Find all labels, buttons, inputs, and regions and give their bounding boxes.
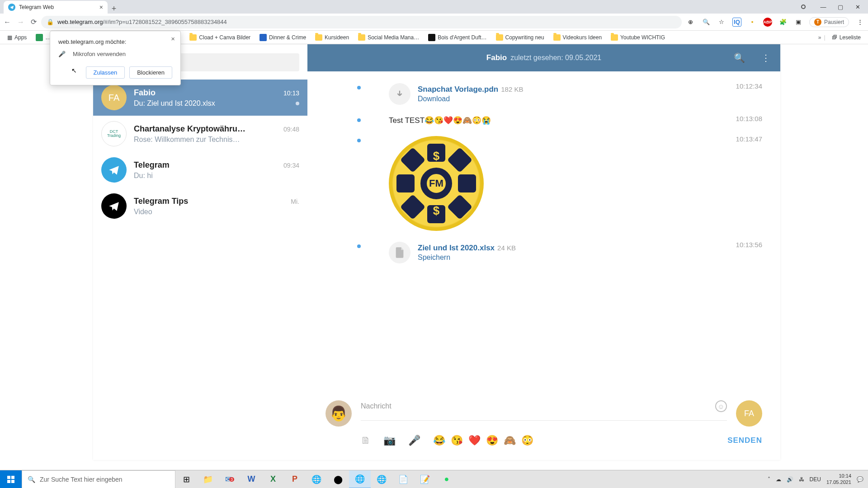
tray-clock[interactable]: 10:14 17.05.2021 [826, 473, 851, 485]
own-avatar[interactable]: 👨 [326, 400, 352, 427]
quick-emoji[interactable]: 😘 [451, 435, 463, 446]
permission-title: web.telegram.org möchte: [58, 38, 172, 45]
account-indicator-icon[interactable] [801, 5, 806, 9]
extension-abp-icon[interactable]: ABP [763, 18, 772, 27]
taskbar-app-icon[interactable]: 🌐 [306, 470, 327, 488]
new-tab-button[interactable]: + [108, 4, 120, 14]
bookmark-item[interactable]: Cload + Canva Bilder [186, 34, 254, 41]
extension-generic-icon[interactable]: ▪ [748, 18, 757, 27]
nav-reload-button[interactable]: ⟳ [31, 18, 37, 26]
file-icon[interactable] [389, 242, 410, 263]
favicon-icon [36, 34, 43, 41]
message-text[interactable]: 10:13:08 Test TEST😂😘❤️😍🙈😳😭 [307, 113, 780, 133]
conversation-header[interactable]: Fabio zuletzt gesehen: 09.05.2021 🔍 ⋮ [307, 44, 780, 71]
url-input[interactable]: 🔒 web.telegram.org/#/im?p=u1728081522_38… [41, 16, 682, 28]
bookmark-item[interactable]: Dinner & Crime [256, 34, 310, 41]
window-close-button[interactable]: ✕ [850, 2, 865, 12]
taskbar-explorer-icon[interactable]: 📁 [197, 470, 219, 488]
quick-emoji[interactable]: 😳 [521, 435, 533, 446]
taskbar-edge-icon[interactable]: 🌐 [371, 470, 392, 488]
start-button[interactable] [0, 470, 22, 488]
bookmarks-overflow-icon[interactable]: » [818, 34, 821, 41]
nav-back-button[interactable]: ← [4, 18, 11, 26]
message-input[interactable]: Nachricht ☺ [361, 400, 727, 421]
taskbar-chrome-icon[interactable]: 🌐 [349, 470, 371, 488]
file-save-link[interactable]: Speichern [418, 253, 516, 262]
extensions-puzzle-icon[interactable]: 🧩 [778, 18, 788, 27]
file-size: 182 KB [501, 85, 523, 93]
zoom-icon[interactable]: 🔍 [702, 18, 711, 27]
chat-row-telegram[interactable]: Telegram09:34 Du: hi [93, 152, 307, 188]
chat-menu-icon[interactable]: ⋮ [761, 52, 770, 63]
task-view-icon[interactable]: ⊞ [175, 470, 197, 488]
bookmark-item[interactable]: Social Media Mana… [354, 34, 423, 41]
emoji-picker-icon[interactable]: ☺ [715, 400, 727, 412]
apps-shortcut[interactable]: ▦Apps [4, 34, 30, 41]
tray-chevron-icon[interactable]: ˄ [768, 476, 770, 483]
bookmark-item[interactable]: Kursideen [311, 34, 353, 41]
window-maximize-button[interactable]: ▢ [833, 2, 848, 12]
tray-notifications-icon[interactable]: 💬 [857, 476, 863, 483]
attach-file-icon[interactable]: 🗎 [361, 435, 371, 446]
taskbar-search-input[interactable]: 🔍 Zur Suche Text hier eingeben [22, 470, 175, 488]
chat-row-chartanalyse[interactable]: DCTTrading Chartanalyse Kryptowähru…09:4… [93, 116, 307, 152]
message-time: 10:13:08 [736, 115, 762, 122]
bookmark-item[interactable]: Videokurs Ideen [550, 34, 606, 41]
quick-emoji[interactable]: 🙈 [504, 435, 516, 446]
sticker-image: $$ FM [389, 136, 484, 231]
window-minimize-button[interactable]: — [816, 2, 831, 12]
tray-network-icon[interactable]: 🖧 [799, 476, 804, 483]
message-file[interactable]: 10:13:56 Ziel und Ist 2020.xlsx24 KB Spe… [307, 239, 780, 272]
composer: 👨 Nachricht ☺ FA 🗎 📷 🎤 😂 😘 ❤️ 😍 🙈 😳 [307, 396, 780, 460]
taskbar-word-icon[interactable]: W [241, 470, 262, 488]
bookmark-item[interactable]: Bois d'Argent Duft… [425, 34, 490, 41]
message-file[interactable]: 10:12:34 Snapchat Vorlage.pdn182 KB Down… [307, 80, 780, 113]
tray-language[interactable]: DEU [810, 476, 821, 483]
extension-iq-icon[interactable]: IQ [732, 18, 741, 27]
taskbar-outlook-icon[interactable]: ✉3 [219, 470, 241, 488]
recipient-avatar[interactable]: FA [736, 400, 762, 427]
message-time: 10:13:56 [736, 241, 762, 249]
profile-paused-badge[interactable]: T Pausiert [809, 17, 849, 27]
taskbar-excel-icon[interactable]: X [262, 470, 284, 488]
reading-list-button[interactable]: 🗊Leseliste [828, 34, 864, 41]
chat-row-telegram-tips[interactable]: Telegram TipsMi. Video [93, 188, 307, 224]
taskbar-spotify-icon[interactable]: ● [436, 470, 458, 488]
permission-allow-button[interactable]: Zulassen [86, 66, 125, 79]
quick-emoji[interactable]: 😍 [486, 435, 498, 446]
download-icon[interactable] [389, 83, 410, 105]
bookmark-item[interactable]: Copywriting neu [492, 34, 548, 41]
send-button[interactable]: SENDEN [727, 436, 762, 445]
avatar: FA [101, 85, 127, 110]
system-tray: ˄ ☁ 🔊 🖧 DEU 10:14 17.05.2021 💬 [763, 473, 868, 485]
site-lock-icon[interactable]: 🔒 [47, 19, 54, 25]
tray-volume-icon[interactable]: 🔊 [787, 476, 793, 483]
message-list[interactable]: 10:12:34 Snapchat Vorlage.pdn182 KB Down… [307, 71, 780, 396]
permission-close-button[interactable]: × [171, 35, 175, 42]
permission-block-button[interactable]: Blockieren [129, 66, 172, 79]
voice-message-icon[interactable]: 🎤 [408, 435, 420, 446]
file-size: 24 KB [497, 244, 516, 252]
taskbar-obs-icon[interactable]: ⬤ [327, 470, 349, 488]
install-app-icon[interactable]: ⊕ [686, 18, 695, 27]
attach-photo-icon[interactable]: 📷 [383, 435, 396, 446]
bookmark-item[interactable]: Youtube WICHTIG [607, 34, 669, 41]
taskbar-powerpoint-icon[interactable]: P [284, 470, 306, 488]
nav-forward-button[interactable]: → [17, 18, 24, 26]
tray-onedrive-icon[interactable]: ☁ [776, 476, 781, 483]
quick-emoji[interactable]: 😂 [433, 435, 445, 446]
message-time: 10:12:34 [736, 82, 762, 90]
chat-time: 10:13 [283, 89, 299, 97]
taskbar-notepad-icon[interactable]: 📝 [414, 470, 436, 488]
quick-emoji[interactable]: ❤️ [468, 435, 481, 446]
browser-menu-icon[interactable]: ⋮ [855, 18, 864, 27]
tab-close-icon[interactable]: × [99, 4, 103, 11]
message-sticker[interactable]: 10:13:47 $$ FM [307, 133, 780, 239]
search-in-chat-icon[interactable]: 🔍 [734, 52, 745, 63]
browser-tab-active[interactable]: Telegram Web × [4, 1, 108, 14]
extension-save-icon[interactable]: ▣ [794, 18, 803, 27]
file-download-link[interactable]: Download [418, 95, 523, 103]
taskbar-app-icon[interactable]: 📄 [392, 470, 414, 488]
bookmark-star-icon[interactable]: ☆ [717, 18, 726, 27]
avatar: DCTTrading [101, 121, 127, 146]
